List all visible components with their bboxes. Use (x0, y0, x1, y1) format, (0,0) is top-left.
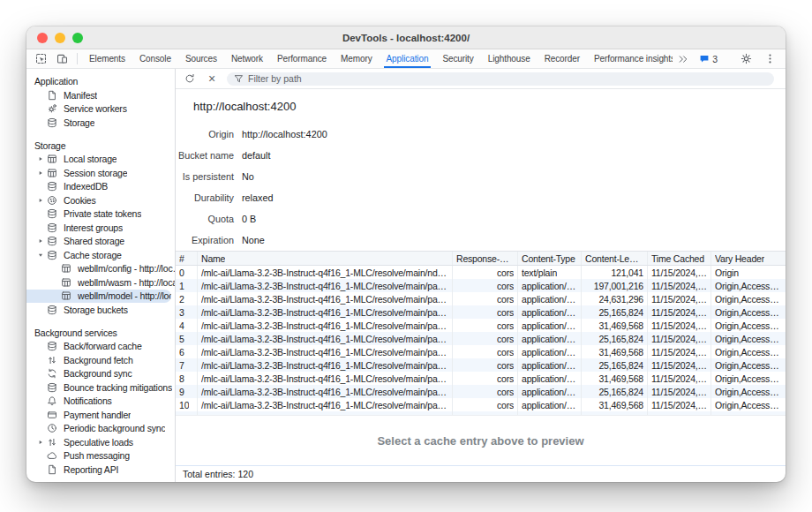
cell-content-type: application/oc… (518, 305, 582, 319)
tab-network[interactable]: Network (224, 49, 270, 68)
expand-arrow-icon[interactable] (34, 439, 46, 446)
table-row[interactable]: 10/mlc-ai/Llama-3.2-3B-Instruct-q4f16_1-… (176, 398, 786, 411)
sidebar-item-back-forward-cache[interactable]: Back/forward cache (26, 340, 175, 354)
column-header-content-type[interactable]: Content-Type (518, 252, 582, 265)
tab-label: Lighthouse (488, 54, 530, 64)
sidebar-item-service-workers[interactable]: Service workers (26, 102, 175, 117)
tab-recorder[interactable]: Recorder (538, 49, 587, 68)
column-header-vary-header[interactable]: Vary Header (711, 252, 786, 265)
table-row[interactable]: 9/mlc-ai/Llama-3.2-3B-Instruct-q4f16_1-M… (176, 385, 786, 398)
minimize-window-button[interactable] (55, 33, 65, 43)
cell-name: /mlc-ai/Llama-3.2-3B-Instruct-q4f16_1-ML… (198, 398, 453, 411)
tab-application[interactable]: Application (380, 49, 436, 68)
devtools-window: DevTools - localhost:4200/ ElementsConso… (26, 26, 786, 482)
cell-content-length: 31,469,568 (582, 319, 648, 332)
table-row[interactable]: 0/mlc-ai/Llama-3.2-3B-Instruct-q4f16_1-M… (176, 266, 786, 279)
sidebar-item-cookies[interactable]: Cookies (26, 193, 175, 207)
more-options-button[interactable] (759, 53, 780, 64)
table-row[interactable]: 8/mlc-ai/Llama-3.2-3B-Instruct-q4f16_1-M… (176, 372, 786, 385)
cell-text: /mlc-ai/Llama-3.2-3B-Instruct-q4f16_1-ML… (201, 294, 448, 305)
grid-icon (60, 263, 72, 274)
inspect-element-button[interactable] (30, 49, 51, 68)
close-window-button[interactable] (37, 33, 48, 43)
sidebar-item-manifest[interactable]: Manifest (26, 88, 175, 102)
sidebar-item-local-storage[interactable]: Local storage (26, 153, 175, 167)
sidebar-item-reporting-api[interactable]: Reporting API (26, 463, 175, 477)
table-row[interactable]: 7/mlc-ai/Llama-3.2-3B-Instruct-q4f16_1-M… (176, 358, 786, 372)
sidebar-item-cache-storage[interactable]: Cache storage (26, 248, 175, 262)
sidebar-item-interest-groups[interactable]: Interest groups (26, 221, 175, 235)
tab-security[interactable]: Security (435, 49, 480, 68)
maximize-window-button[interactable] (72, 33, 83, 43)
cell-time-cached: 11/15/2024, 10… (648, 385, 711, 398)
tab-elements[interactable]: Elements (82, 49, 132, 68)
tab-performance-insights[interactable]: Performance insights (587, 49, 673, 68)
refresh-button[interactable] (179, 73, 200, 84)
column-header-[interactable]: # (176, 252, 198, 265)
expand-arrow-icon[interactable] (34, 169, 46, 177)
sidebar-item-payment-handler[interactable]: Payment handler (26, 408, 175, 422)
expand-arrow-icon[interactable] (34, 197, 46, 204)
sidebar-item-webllm-model-http-loc[interactable]: webllm/model - http://loc… (26, 290, 171, 304)
sidebar-item-webllm-config-http-loc[interactable]: webllm/config - http://loc… (26, 262, 175, 276)
table-row[interactable]: 3/mlc-ai/Llama-3.2-3B-Instruct-q4f16_1-M… (176, 305, 786, 319)
table-row[interactable]: 2/mlc-ai/Llama-3.2-3B-Instruct-q4f16_1-M… (176, 292, 786, 305)
cell-text: 3 (179, 307, 184, 318)
sidebar-item-background-sync[interactable]: Background sync (26, 367, 175, 381)
table-row[interactable]: 5/mlc-ai/Llama-3.2-3B-Instruct-q4f16_1-M… (176, 332, 786, 345)
cell-text: 121,041 (611, 267, 643, 278)
column-header-response-type[interactable]: Response-Type (453, 252, 518, 265)
cell-text: 31,469,568 (598, 320, 643, 331)
cell-text: cors (497, 334, 514, 344)
database-icon (46, 305, 58, 315)
tab-memory[interactable]: Memory (334, 49, 380, 68)
sidebar-item-shared-storage[interactable]: Shared storage (26, 235, 175, 249)
cell-text: application/oc… (522, 360, 577, 371)
filter-input[interactable] (248, 73, 767, 84)
sidebar-item-webllm-wasm-http-loca[interactable]: webllm/wasm - http://loca… (26, 275, 175, 290)
gears-icon (46, 103, 58, 114)
sidebar-item-notifications[interactable]: Notifications (26, 395, 175, 409)
column-header-name[interactable]: Name (198, 252, 453, 265)
cell-name: /mlc-ai/Llama-3.2-3B-Instruct-q4f16_1-ML… (198, 332, 453, 345)
cell-: 5 (176, 332, 198, 345)
table-row[interactable]: 1/mlc-ai/Llama-3.2-3B-Instruct-q4f16_1-M… (176, 279, 786, 292)
issues-button[interactable]: 3 (696, 54, 720, 64)
table-row[interactable]: 6/mlc-ai/Llama-3.2-3B-Instruct-q4f16_1-M… (176, 345, 786, 358)
sidebar-item-storage-buckets[interactable]: Storage buckets (26, 303, 175, 317)
sidebar-item-background-fetch[interactable]: Background fetch (26, 353, 175, 367)
sidebar-item-bounce-tracking-mitigations[interactable]: Bounce tracking mitigations (26, 380, 175, 395)
delete-selected-button[interactable]: × (201, 72, 222, 86)
sidebar-item-indexeddb[interactable]: IndexedDB (26, 180, 175, 194)
status-bar: Total entries: 120 (176, 465, 786, 482)
tab-performance[interactable]: Performance (270, 49, 334, 68)
more-tabs-button[interactable] (673, 54, 694, 64)
cell-text: 7 (179, 360, 184, 371)
sidebar-item-storage[interactable]: Storage (26, 116, 175, 130)
sidebar-item-periodic-background-sync[interactable]: Periodic background sync (26, 422, 175, 436)
cell-text: 25,165,824 (598, 334, 643, 344)
expand-arrow-icon[interactable] (34, 155, 46, 162)
settings-gear-button[interactable] (735, 53, 756, 64)
sidebar-item-private-state-tokens[interactable]: Private state tokens (26, 207, 175, 222)
tab-sources[interactable]: Sources (178, 49, 224, 68)
table-row[interactable]: 4/mlc-ai/Llama-3.2-3B-Instruct-q4f16_1-M… (176, 319, 786, 332)
cell-text: 11/15/2024, 10… (651, 281, 707, 291)
sidebar-item-push-messaging[interactable]: Push messaging (26, 449, 175, 463)
tab-lighthouse[interactable]: Lighthouse (481, 49, 538, 68)
tab-label: Performance insights (594, 54, 673, 64)
cell-: 10 (176, 398, 198, 411)
column-header-content-length[interactable]: Content-Length (582, 252, 648, 265)
device-toolbar-button[interactable] (51, 49, 72, 68)
cloud-icon (46, 450, 58, 461)
total-entries-label: Total entries: 120 (183, 469, 253, 479)
tab-console[interactable]: Console (132, 49, 178, 68)
window-titlebar[interactable]: DevTools - localhost:4200/ (26, 26, 786, 49)
column-header-time-cached[interactable]: Time Cached (648, 252, 711, 265)
sidebar-item-session-storage[interactable]: Session storage (26, 166, 175, 180)
expand-arrow-icon[interactable] (34, 237, 46, 245)
cell-text: cors (497, 294, 514, 305)
sidebar-item-speculative-loads[interactable]: Speculative loads (26, 435, 175, 449)
expand-arrow-icon[interactable] (34, 252, 46, 259)
field-label: Quota (176, 214, 234, 224)
